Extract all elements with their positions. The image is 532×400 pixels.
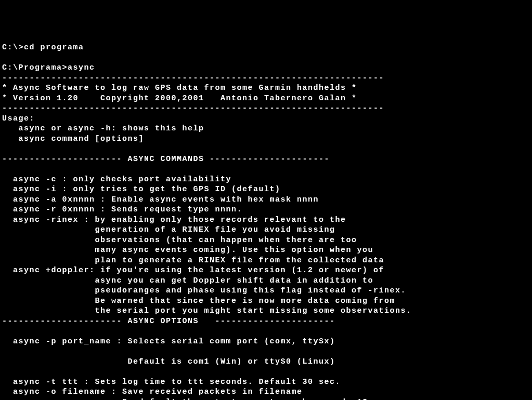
terminal-line: ---------------------- ASYNC OPTIONS ---… xyxy=(2,316,530,327)
terminal-line: async -r 0xnnnn : Sends request type nnn… xyxy=(2,205,530,215)
terminal-line: Default is com1 (Win) or ttyS0 (Linux) xyxy=(2,357,530,367)
terminal-line: generation of a RINEX file you avoid mis… xyxy=(2,225,530,235)
terminal-line: async -t ttt : Sets log time to ttt seco… xyxy=(2,377,530,388)
terminal-line: observations (that can happen when there… xyxy=(2,235,530,246)
terminal-line: async or async -h: shows this help xyxy=(2,124,530,134)
terminal-line: async -rinex : by enabling only those re… xyxy=(2,215,530,225)
terminal-line: ----------------------------------------… xyxy=(2,73,530,84)
terminal-line: Usage: xyxy=(2,114,530,124)
terminal-line: By default the output goes to week_secon… xyxy=(2,397,530,401)
terminal-line: * Version 1.20 Copyright 2000,2001 Anton… xyxy=(2,94,530,104)
terminal-line: the serial port you might start missing … xyxy=(2,306,530,316)
terminal-line xyxy=(2,367,530,377)
terminal-line: async command [options] xyxy=(2,134,530,144)
terminal-line xyxy=(2,346,530,357)
terminal-line: plan to generate a RINEX file from the c… xyxy=(2,256,530,266)
terminal-line: C:\Programa>async xyxy=(2,63,530,73)
terminal-line: pseudoranges and phase using this flag i… xyxy=(2,286,530,296)
terminal-line: * Async Software to log raw GPS data fro… xyxy=(2,83,530,94)
terminal-line xyxy=(2,53,530,63)
terminal-line: many async events coming). Use this opti… xyxy=(2,245,530,256)
terminal-line: async -p port_name : Selects serial comm… xyxy=(2,337,530,347)
terminal-line: async -o filename : Save received packet… xyxy=(2,387,530,397)
terminal-line: C:\>cd programa xyxy=(2,43,530,53)
terminal-output: C:\>cd programa C:\Programa>async-------… xyxy=(2,43,530,400)
terminal-line: async -i : only tries to get the GPS ID … xyxy=(2,184,530,195)
terminal-line xyxy=(2,164,530,175)
terminal-line: ---------------------- ASYNC COMMANDS --… xyxy=(2,154,530,165)
terminal-line: ----------------------------------------… xyxy=(2,103,530,114)
terminal-line: async -c : only checks port availability xyxy=(2,175,530,185)
terminal-line: async +doppler: if you're using the late… xyxy=(2,265,530,276)
terminal-line: async -a 0xnnnn : Enable async events wi… xyxy=(2,195,530,205)
terminal-line xyxy=(2,326,530,337)
terminal-line xyxy=(2,144,530,154)
terminal-line: Be warned that since there is now more d… xyxy=(2,296,530,306)
terminal-line: async you can get Doppler shift data in … xyxy=(2,276,530,286)
